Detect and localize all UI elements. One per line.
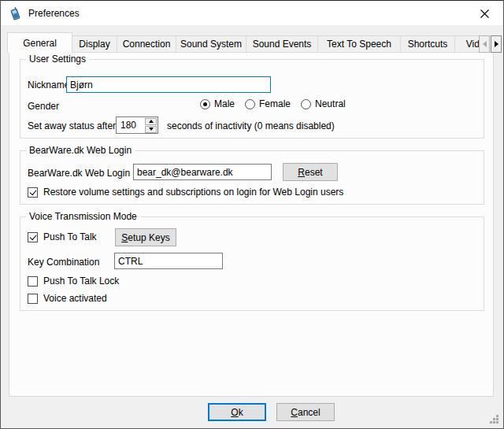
radio-neutral[interactable]: Neutral — [301, 98, 346, 109]
away-label: Set away status after — [28, 120, 116, 131]
push-to-talk-lock-checkbox[interactable]: Push To Talk Lock — [28, 276, 119, 287]
spin-down-button[interactable] — [145, 126, 157, 133]
key-combination-label: Key Combination — [28, 257, 99, 268]
voice-activated-checkbox-box[interactable] — [28, 294, 38, 304]
away-seconds-spinner[interactable]: 180 — [116, 116, 158, 134]
group-title: Voice Transmission Mode — [26, 211, 140, 222]
away-seconds-value: 180 — [117, 117, 145, 133]
titlebar[interactable]: Preferences — [2, 2, 502, 25]
spin-up-button[interactable] — [145, 118, 157, 125]
radio-female-circle[interactable] — [245, 99, 255, 109]
general-tab-pane: User Settings Nickname Gender Male Femal… — [9, 52, 494, 397]
tab-scroll-right-button[interactable] — [491, 35, 502, 53]
away-suffix-label: seconds of inactivity (0 means disabled) — [167, 120, 335, 131]
tab-connection[interactable]: Connection — [117, 35, 176, 53]
web-login-id-label: BearWare.dk Web Login ID — [28, 168, 142, 179]
arrow-left-icon — [483, 41, 487, 47]
restore-volume-checkbox-box[interactable] — [28, 187, 38, 198]
gender-label: Gender — [28, 101, 59, 112]
tab-display[interactable]: Display — [72, 35, 117, 53]
resize-grip[interactable] — [489, 414, 499, 424]
tab-video[interactable]: Video — [454, 35, 479, 53]
web-login-id-input[interactable] — [133, 164, 272, 180]
gender-radio-group: Male Female Neutral — [200, 98, 346, 109]
push-to-talk-lock-checkbox-box[interactable] — [28, 276, 38, 287]
close-button[interactable] — [467, 2, 502, 25]
restore-volume-checkbox[interactable]: Restore volume settings and subscription… — [28, 187, 343, 198]
arrow-right-icon — [495, 41, 498, 47]
group-title: BearWare.dk Web Login — [26, 145, 135, 156]
tab-bar: General Display Connection Sound System … — [7, 32, 479, 53]
spin-down-icon — [149, 128, 154, 131]
teamtalk-app-icon — [8, 6, 22, 20]
nickname-label: Nickname — [28, 80, 69, 91]
close-icon — [480, 9, 489, 18]
group-web-login: BearWare.dk Web Login BearWare.dk Web Lo… — [20, 150, 484, 205]
tab-shortcuts[interactable]: Shortcuts — [400, 35, 455, 53]
tab-sound-system[interactable]: Sound System — [176, 35, 246, 53]
radio-neutral-circle[interactable] — [301, 99, 311, 109]
tab-general[interactable]: General — [7, 32, 72, 53]
reset-button[interactable]: Reset — [283, 163, 338, 181]
voice-activated-checkbox[interactable]: Voice activated — [28, 293, 107, 304]
setup-keys-button[interactable]: Setup Keys — [115, 228, 176, 246]
push-to-talk-checkbox[interactable]: Push To Talk — [28, 231, 97, 242]
window-title: Preferences — [28, 8, 80, 19]
nickname-input[interactable] — [66, 76, 271, 93]
group-voice-transmission: Voice Transmission Mode Push To Talk Set… — [20, 216, 484, 311]
key-combination-input[interactable] — [114, 253, 223, 269]
ok-button[interactable]: Ok — [208, 403, 266, 421]
preferences-dialog: Preferences General Display Connection S… — [0, 0, 504, 429]
push-to-talk-checkbox-box[interactable] — [28, 232, 38, 242]
spin-up-icon — [149, 120, 154, 123]
tab-text-to-speech[interactable]: Text To Speech — [317, 35, 401, 53]
radio-female[interactable]: Female — [245, 98, 291, 109]
radio-male[interactable]: Male — [200, 98, 235, 109]
radio-male-circle[interactable] — [200, 99, 210, 109]
cancel-button[interactable]: Cancel — [276, 403, 335, 421]
tab-sound-events[interactable]: Sound Events — [246, 35, 318, 53]
tab-scroll-left-button[interactable] — [479, 35, 490, 53]
group-user-settings: User Settings Nickname Gender Male Femal… — [20, 59, 484, 139]
group-title: User Settings — [26, 54, 89, 65]
